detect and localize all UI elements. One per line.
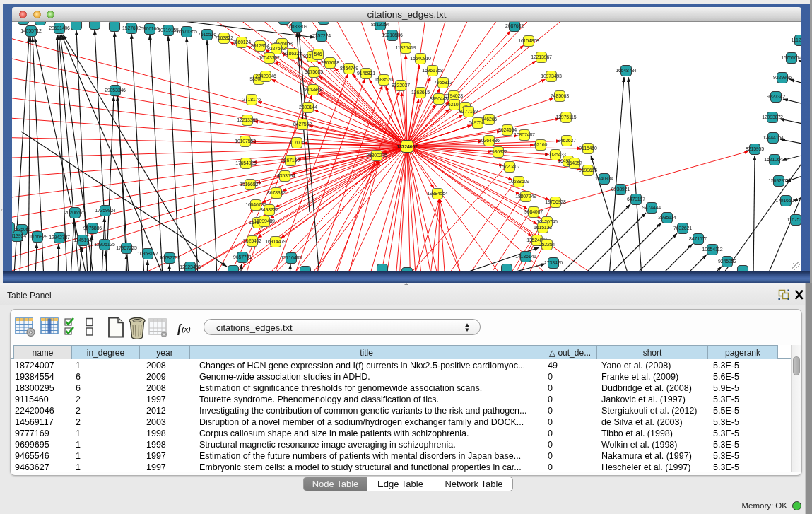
svg-text:8215955: 8215955	[746, 146, 764, 151]
svg-text:12213967: 12213967	[531, 54, 552, 59]
svg-text:8678332: 8678332	[267, 190, 286, 195]
svg-text:8938921: 8938921	[611, 187, 630, 192]
svg-text:3267150: 3267150	[281, 158, 300, 163]
svg-text:7515526: 7515526	[198, 32, 216, 37]
svg-text:6479197: 6479197	[627, 197, 645, 201]
svg-text:12093872: 12093872	[762, 115, 783, 119]
svg-text:9115460: 9115460	[579, 146, 597, 151]
svg-text:9084067: 9084067	[524, 209, 543, 214]
svg-text:23420046: 23420046	[255, 74, 276, 78]
svg-text:6794028: 6794028	[445, 93, 463, 98]
svg-text:20206576: 20206576	[64, 210, 86, 215]
svg-text:1615132: 1615132	[534, 225, 552, 230]
svg-text:18807249: 18807249	[515, 194, 536, 199]
svg-text:8813054: 8813054	[371, 22, 389, 27]
svg-text:252254: 252254	[539, 242, 555, 247]
svg-text:9657791: 9657791	[233, 255, 252, 259]
svg-text:14136141: 14136141	[515, 254, 536, 259]
svg-text:1145194: 1145194	[73, 238, 92, 243]
svg-text:19218506: 19218506	[382, 33, 403, 37]
svg-text:25300275: 25300275	[366, 153, 387, 158]
svg-text:15716485: 15716485	[281, 255, 302, 260]
svg-text:15720407: 15720407	[499, 164, 520, 169]
svg-text:14055712: 14055712	[20, 28, 42, 33]
svg-text:9699695: 9699695	[579, 168, 597, 173]
svg-text:18724007: 18724007	[396, 144, 418, 149]
svg-text:16648784: 16648784	[616, 68, 637, 73]
svg-text:9474444: 9474444	[642, 205, 661, 210]
svg-text:1733426: 1733426	[544, 260, 563, 265]
svg-text:20691406: 20691406	[49, 25, 70, 30]
svg-text:12923468: 12923468	[180, 264, 201, 269]
svg-text:14353594: 14353594	[274, 173, 295, 178]
svg-text:17359924: 17359924	[95, 208, 116, 213]
svg-text:9777169: 9777169	[459, 109, 478, 114]
svg-text:3624554: 3624554	[498, 127, 517, 132]
svg-text:9463627: 9463627	[558, 138, 576, 143]
svg-text:3913954: 3913954	[12, 233, 26, 238]
svg-text:12942737: 12942737	[49, 235, 70, 240]
svg-text:1112741: 1112741	[792, 37, 801, 42]
svg-text:16671355: 16671355	[176, 29, 197, 34]
svg-text:746266: 746266	[481, 117, 497, 122]
svg-text:164957: 164957	[567, 160, 582, 165]
svg-text:1527602: 1527602	[122, 25, 141, 30]
svg-text:7357224: 7357224	[312, 33, 331, 38]
svg-text:2367608: 2367608	[321, 60, 339, 65]
svg-text:2718176: 2718176	[242, 97, 261, 102]
svg-text:(x): (x)	[182, 325, 191, 334]
svg-text:29053346: 29053346	[105, 88, 126, 93]
svg-text:7955812: 7955812	[434, 80, 452, 85]
svg-text:3675685: 3675685	[305, 69, 323, 74]
svg-text:11156829: 11156829	[28, 234, 48, 239]
svg-text:1640934: 1640934	[595, 176, 613, 181]
svg-text:6966160: 6966160	[141, 26, 159, 31]
svg-text:12213369: 12213369	[237, 117, 258, 122]
svg-text:546: 546	[314, 52, 322, 57]
svg-text:10958107: 10958107	[137, 251, 158, 256]
svg-text:2935114: 2935114	[658, 215, 676, 220]
svg-text:1588520: 1588520	[375, 77, 393, 82]
svg-text:15751074: 15751074	[781, 55, 801, 60]
svg-text:16099489: 16099489	[254, 218, 275, 223]
svg-text:16914479: 16914479	[265, 239, 286, 244]
svg-text:15640910: 15640910	[410, 56, 431, 61]
svg-text:9227342: 9227342	[767, 94, 785, 99]
svg-text:12975115: 12975115	[555, 115, 576, 119]
svg-text:10654112: 10654112	[702, 247, 722, 252]
svg-text:7625402: 7625402	[243, 238, 261, 243]
svg-text:1362615: 1362615	[411, 90, 430, 95]
svg-text:8186328: 8186328	[283, 51, 302, 56]
svg-text:2087682: 2087682	[505, 23, 524, 28]
svg-text:17654925: 17654925	[235, 160, 257, 165]
svg-text:7485063: 7485063	[551, 93, 569, 98]
svg-text:10807487: 10807487	[514, 132, 535, 137]
svg-text:16046736: 16046736	[245, 202, 266, 207]
svg-text:9860124: 9860124	[233, 40, 251, 45]
svg-text:11325419: 11325419	[395, 45, 416, 50]
svg-text:16543362: 16543362	[259, 55, 280, 60]
svg-text:10025433: 10025433	[545, 152, 566, 157]
svg-text:16033809: 16033809	[286, 24, 307, 29]
svg-text:12905135: 12905135	[94, 242, 115, 247]
svg-text:7632621: 7632621	[673, 226, 692, 230]
svg-text:16154808: 16154808	[518, 38, 539, 43]
svg-text:12444154: 12444154	[763, 135, 784, 140]
svg-text:9327503: 9327503	[267, 46, 286, 51]
svg-text:9242848: 9242848	[304, 87, 322, 92]
svg-text:10973493: 10973493	[541, 74, 562, 78]
svg-text:8454749: 8454749	[340, 66, 358, 71]
svg-text:8427552: 8427552	[293, 122, 312, 127]
svg-text:17957225: 17957225	[116, 245, 137, 250]
svg-text:16961758: 16961758	[422, 68, 443, 73]
svg-text:9329966: 9329966	[773, 75, 792, 80]
svg-text:7986322: 7986322	[489, 149, 507, 154]
svg-text:19384554: 19384554	[427, 191, 448, 196]
svg-text:15692971: 15692971	[768, 178, 789, 183]
svg-text:1167533: 1167533	[787, 217, 801, 222]
svg-text:17016504: 17016504	[775, 198, 796, 203]
svg-text:9146821: 9146821	[357, 71, 375, 76]
svg-text:7663822: 7663822	[215, 35, 233, 40]
svg-text:417006: 417006	[289, 140, 305, 145]
svg-text:3498222: 3498222	[260, 207, 278, 212]
